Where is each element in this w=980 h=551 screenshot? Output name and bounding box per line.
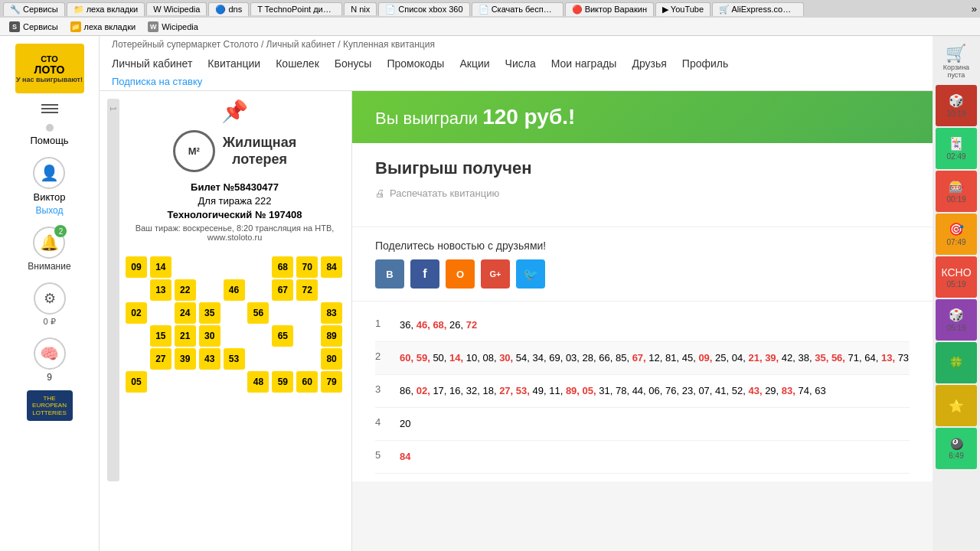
nav-wallet[interactable]: Кошелек — [276, 54, 319, 73]
bingo-cell: 30 — [199, 325, 220, 347]
share-fb[interactable]: f — [410, 259, 439, 289]
main-content: Лотерейный супермаркет Столото / Личный … — [100, 36, 933, 551]
rs-item-5[interactable]: КСНО 05:19 — [936, 256, 977, 298]
nav-profile[interactable]: Профиль — [682, 54, 728, 73]
normal-number: 29, — [765, 385, 782, 396]
nav-bonuses[interactable]: Бонусы — [335, 54, 372, 73]
tab-technopoint[interactable]: T TechnoPoint дискаун... — [250, 2, 342, 15]
normal-number: 34, — [533, 352, 550, 364]
tab-youtube[interactable]: ▶ YouTube — [655, 2, 710, 16]
bingo-cell — [247, 348, 269, 370]
normal-number: 71, — [848, 352, 865, 364]
tab-nix[interactable]: N nix — [344, 2, 377, 15]
bookmark-leha[interactable]: 📁леха вкладки — [66, 20, 141, 34]
rs-item-7[interactable]: 🍀 — [936, 342, 977, 383]
tab-leha[interactable]: 📁 леха вкладки — [67, 2, 145, 16]
rs-item-8[interactable]: ⭐ — [936, 385, 977, 426]
lottery-name: Жилищнаялотерея — [223, 135, 296, 168]
cart-area[interactable]: 🛒 Корзинапуста — [940, 39, 972, 83]
nav-awards[interactable]: Мои награды — [551, 54, 617, 73]
highlighted-number: 21, — [748, 352, 765, 364]
tab-xbox[interactable]: 📄 Список xbox 360 — [378, 2, 469, 16]
rs-item-3[interactable]: 🎰 00:19 — [936, 171, 977, 212]
nav-receipts[interactable]: Квитанции — [207, 54, 260, 73]
highlighted-number: 60, — [400, 352, 416, 364]
rs-item-4[interactable]: 🎯 07:49 — [936, 214, 977, 255]
highlighted-number: 89, — [566, 385, 583, 396]
normal-number: 36, — [400, 319, 416, 331]
ticket-section: 1 📌 М² Жилищнаялотерея Билет №58430477 — [100, 91, 352, 551]
share-vk[interactable]: В — [375, 259, 404, 289]
stoloto-logo[interactable]: СТО ЛОТО У нас выигрывают! — [15, 44, 84, 93]
rs-item-6[interactable]: 🎲 05:19 — [936, 299, 977, 341]
notifications-item[interactable]: 🔔 2 Внимание — [21, 223, 77, 275]
normal-number: 85, — [616, 352, 632, 364]
bingo-cell: 09 — [126, 256, 147, 278]
normal-number: 54, — [516, 352, 533, 364]
normal-number: 45, — [682, 352, 699, 364]
help-item[interactable]: Помощь — [24, 121, 74, 149]
user-avatar: 👤 — [33, 157, 65, 189]
logout-label[interactable]: Выход — [36, 205, 64, 216]
bingo-cell — [224, 256, 245, 278]
bingo-cell — [247, 256, 269, 278]
nav-subscription[interactable]: Подписка на ставку — [112, 73, 202, 90]
wallet-item[interactable]: ⚙ 0 ₽ — [28, 279, 72, 330]
draw-row-numbers: 60, 59, 50, 14, 10, 08, 30, 54, 34, 69, … — [400, 350, 910, 367]
rs-item-2[interactable]: 🃏 02:49 — [936, 128, 977, 169]
nav-friends[interactable]: Друзья — [632, 54, 666, 73]
brain-item[interactable]: 🧠 9 — [28, 334, 72, 386]
normal-number: 78, — [616, 385, 632, 396]
normal-number: 07, — [698, 385, 715, 396]
tab-wikipedia[interactable]: W Wicipedia — [146, 2, 207, 15]
bookmark-wiki[interactable]: WWicipedia — [143, 20, 203, 34]
bingo-cell — [272, 302, 293, 324]
highlighted-number: 83, — [782, 385, 799, 396]
results-section: Вы выиграли 120 руб.! Выигрыш получен 🖨 … — [352, 91, 933, 551]
print-button[interactable]: 🖨 Распечатать квитанцию — [375, 187, 910, 199]
breadcrumb: Лотерейный супермаркет Столото / Личный … — [112, 39, 920, 50]
share-ok[interactable]: О — [446, 259, 475, 289]
rs-item-1[interactable]: 🎲 10:19 — [936, 85, 977, 126]
tab-download[interactable]: 📄 Скачать бесплатно н... — [472, 2, 564, 16]
rs-item-9[interactable]: 🎱 6:49 — [936, 428, 977, 469]
ticket-inner: 📌 М² Жилищнаялотерея Билет №58430477 Для… — [126, 99, 344, 481]
normal-number: 38, — [799, 352, 815, 364]
nav-numbers[interactable]: Числа — [505, 54, 536, 73]
more-tabs[interactable]: » — [972, 3, 977, 15]
highlighted-number: 43, — [748, 385, 765, 396]
bingo-cell — [224, 325, 245, 347]
share-label: Поделитесь новостью с друзьями! — [375, 240, 910, 252]
normal-number: 76, — [665, 385, 682, 396]
tab-victor[interactable]: 🔴 Виктор Варакин — [565, 2, 654, 16]
rs-time-4: 07:49 — [946, 238, 965, 246]
nav-promo[interactable]: Промокоды — [387, 54, 444, 73]
left-sidebar: СТО ЛОТО У нас выигрывают! Помощь 👤 Викт… — [0, 36, 100, 551]
nav-cabinet[interactable]: Личный кабинет — [112, 54, 192, 73]
draw-row: 260, 59, 50, 14, 10, 08, 30, 54, 34, 69,… — [375, 342, 910, 375]
win-banner: Вы выиграли 120 руб.! — [352, 91, 933, 143]
bookmark-services[interactable]: SСервисы — [5, 20, 63, 34]
ticket-info: Билет №58430477 Для тиража 222 Технологи… — [126, 181, 344, 244]
tab-services[interactable]: 🔧 Сервисы — [3, 2, 65, 16]
draw-label: Для тиража 222 — [126, 195, 344, 207]
normal-number: 81, — [665, 352, 682, 364]
normal-number: 69, — [549, 352, 566, 364]
share-buttons: В f О G+ 🐦 — [375, 259, 910, 289]
bingo-cell — [126, 325, 147, 347]
normal-number: 49, — [533, 385, 550, 396]
rs-time-1: 10:19 — [946, 109, 965, 118]
share-twitter[interactable]: 🐦 — [516, 259, 545, 289]
tab-ali[interactable]: 🛒 AliExpress.com - Onli... — [712, 2, 804, 16]
tab-dns[interactable]: 🔵 dns — [208, 2, 249, 16]
share-gplus[interactable]: G+ — [481, 259, 510, 289]
bingo-cell — [150, 371, 172, 393]
hamburger-menu[interactable] — [38, 101, 61, 116]
user-profile-item[interactable]: 👤 Виктор Выход — [27, 154, 71, 219]
bingo-cell: 56 — [247, 302, 269, 324]
nav-actions[interactable]: Акции — [459, 54, 489, 73]
print-icon: 🖨 — [375, 187, 385, 199]
share-section: Поделитесь новостью с друзьями! В f О G+… — [352, 227, 933, 302]
normal-number: 28, — [583, 352, 599, 364]
right-sidebar: 🛒 Корзинапуста 🎲 10:19 🃏 02:49 🎰 00:19 🎯… — [933, 36, 980, 551]
